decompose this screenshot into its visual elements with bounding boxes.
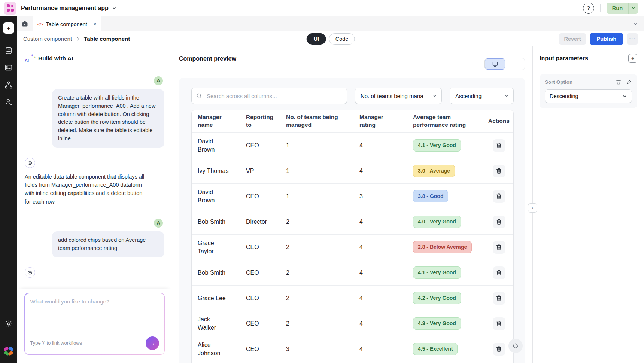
- delete-parameter-button[interactable]: [616, 79, 622, 85]
- workflows-button[interactable]: [2, 78, 15, 92]
- help-icon: ?: [587, 5, 590, 11]
- home-tab[interactable]: [17, 16, 33, 31]
- sort-option-select[interactable]: Descending: [545, 89, 632, 103]
- component-preview-area: Component preview No. of teams being man…: [172, 46, 532, 363]
- cell-reporting-to[interactable]: CEO: [246, 269, 286, 277]
- cell-teams-managed[interactable]: 2: [286, 320, 359, 328]
- cell-reporting-to[interactable]: Director: [246, 218, 286, 226]
- cell-teams-managed[interactable]: 1: [286, 141, 359, 150]
- delete-row-button[interactable]: [493, 165, 505, 177]
- cell-manager-name[interactable]: Ivy Thomas: [198, 167, 246, 175]
- cell-reporting-to[interactable]: CEO: [246, 320, 286, 328]
- delete-row-button[interactable]: [493, 241, 505, 254]
- gear-icon: [4, 320, 13, 328]
- delete-row-button[interactable]: [493, 216, 505, 228]
- trash-icon: [496, 168, 502, 174]
- publish-button[interactable]: Publish: [590, 33, 623, 45]
- datasources-button[interactable]: [2, 44, 15, 57]
- assistant-message: An editable data table component that di…: [25, 173, 148, 206]
- app-title-caret-icon[interactable]: [112, 6, 116, 10]
- table-row: Grace Lee CEO 2 4 4.2 - Very Good: [192, 285, 513, 311]
- edit-parameter-button[interactable]: [626, 79, 632, 85]
- settings-button[interactable]: [2, 317, 15, 330]
- delete-row-button[interactable]: [493, 139, 505, 152]
- performance-chip: 3.0 - Average: [413, 165, 455, 177]
- cell-manager-rating[interactable]: 4: [359, 141, 413, 150]
- tab-table-component[interactable]: </> Table component ×: [33, 16, 101, 32]
- table-header-row: Manager name Reporting to No. of teams b…: [192, 110, 513, 132]
- cell-manager-rating[interactable]: 4: [359, 320, 413, 328]
- cell-teams-managed[interactable]: 2: [286, 218, 359, 226]
- cell-manager-rating[interactable]: 4: [359, 218, 413, 226]
- cell-manager-rating[interactable]: 4: [359, 167, 413, 175]
- add-parameter-button[interactable]: +: [628, 54, 637, 63]
- code-toggle-button[interactable]: Code: [329, 33, 355, 45]
- components-button[interactable]: [2, 61, 15, 74]
- cell-teams-managed[interactable]: 3: [286, 345, 359, 353]
- delete-row-button[interactable]: [493, 190, 505, 203]
- cell-reporting-to[interactable]: CEO: [246, 192, 286, 201]
- cell-manager-rating[interactable]: 3: [359, 192, 413, 201]
- performance-chip: 3.8 - Good: [413, 190, 448, 202]
- cell-teams-managed[interactable]: 2: [286, 243, 359, 251]
- cell-teams-managed[interactable]: 1: [286, 167, 359, 175]
- tab-close-icon[interactable]: ×: [93, 21, 97, 27]
- cell-manager-rating[interactable]: 4: [359, 269, 413, 277]
- cell-manager-name[interactable]: David Brown: [198, 188, 246, 204]
- ui-toggle-button[interactable]: UI: [307, 33, 326, 45]
- preview-title: Component preview: [179, 55, 236, 62]
- tab-list-chevron-icon[interactable]: [633, 16, 638, 31]
- cell-manager-name[interactable]: Grace Lee: [198, 294, 246, 302]
- chat-header: AI ✦ ✦ Build with AI: [17, 46, 172, 70]
- cell-reporting-to[interactable]: CEO: [246, 294, 286, 302]
- cell-manager-name[interactable]: Alice Johnson: [198, 341, 246, 357]
- user-avatar: A: [154, 76, 163, 85]
- run-dropdown-button[interactable]: [628, 3, 638, 14]
- delete-row-button[interactable]: [493, 317, 505, 330]
- users-button[interactable]: [2, 95, 15, 109]
- refresh-preview-button[interactable]: [508, 339, 523, 353]
- collapse-panel-handle[interactable]: ›: [528, 203, 537, 213]
- cell-manager-rating[interactable]: 4: [359, 345, 413, 353]
- delete-row-button[interactable]: [493, 266, 505, 279]
- send-button[interactable]: →: [146, 336, 159, 350]
- delete-row-button[interactable]: [493, 292, 505, 305]
- cell-reporting-to[interactable]: CEO: [246, 243, 286, 251]
- cell-manager-rating[interactable]: 4: [359, 243, 413, 251]
- chat-panel-title: Build with AI: [38, 55, 73, 62]
- logo-dot: [11, 5, 13, 7]
- rail-divider: [4, 339, 13, 339]
- cell-manager-name[interactable]: David Brown: [198, 137, 246, 153]
- cell-manager-rating[interactable]: 4: [359, 294, 413, 302]
- cell-manager-name[interactable]: Bob Smith: [198, 269, 246, 277]
- cell-reporting-to[interactable]: CEO: [246, 345, 286, 353]
- cell-reporting-to[interactable]: CEO: [246, 141, 286, 150]
- cell-manager-name[interactable]: Grace Taylor: [198, 239, 246, 255]
- code-segment-button[interactable]: [505, 58, 525, 70]
- cell-manager-name[interactable]: Jack Walker: [198, 315, 246, 332]
- more-options-button[interactable]: ···: [627, 33, 638, 45]
- breadcrumb-parent[interactable]: Custom component: [23, 36, 72, 42]
- help-button[interactable]: ?: [583, 3, 594, 14]
- chevron-down-icon: [631, 6, 635, 10]
- run-button[interactable]: Run: [607, 3, 628, 14]
- chat-input-hint: Type '/' to link workflows: [30, 340, 82, 346]
- cell-teams-managed[interactable]: 2: [286, 294, 359, 302]
- chat-input[interactable]: [30, 298, 159, 336]
- add-button[interactable]: +: [3, 22, 14, 34]
- cell-teams-managed[interactable]: 1: [286, 192, 359, 201]
- chat-messages[interactable]: A Create a table with all fields in the …: [17, 70, 172, 289]
- cell-teams-managed[interactable]: 2: [286, 269, 359, 277]
- cell-manager-name[interactable]: Bob Smith: [198, 218, 246, 226]
- search-input[interactable]: [191, 88, 347, 104]
- robot-icon: [27, 159, 33, 166]
- cell-reporting-to[interactable]: VP: [246, 167, 286, 175]
- search-icon: [196, 93, 202, 99]
- delete-row-button[interactable]: [493, 343, 505, 356]
- app-logo-icon[interactable]: [4, 2, 16, 15]
- revert-button[interactable]: Revert: [559, 33, 586, 45]
- sort-direction-dropdown[interactable]: Ascending: [450, 88, 514, 104]
- logo-square: [7, 9, 10, 12]
- preview-segment-button[interactable]: [485, 58, 505, 70]
- sort-column-dropdown[interactable]: No. of teams being mana: [355, 88, 442, 104]
